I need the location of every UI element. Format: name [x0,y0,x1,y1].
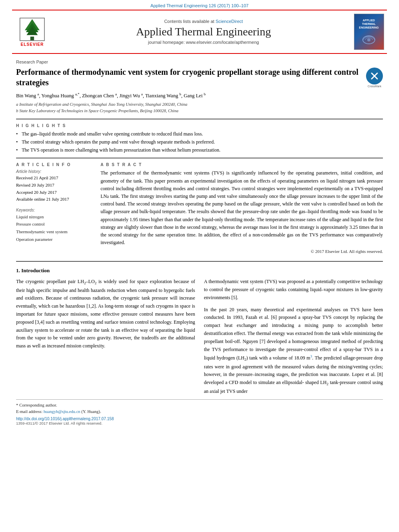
paper-title: Performance of thermodynamic vent system… [16,67,362,88]
article-abstract-columns: A R T I C L E I N F O Article history: R… [16,162,383,258]
body-columns: The cryogenic propellant pair LH2–LO2 is… [16,278,383,395]
svg-rect-0 [30,37,34,40]
crossmark-icon [369,70,380,82]
doi-section: http://dx.doi.org/10.1016/j.applthermale… [16,417,383,421]
footnote-section: * Corresponding author. E-mail address: … [16,399,383,415]
research-paper-label: Research Paper [16,60,383,64]
keywords-label: Keywords: [16,208,93,212]
journal-homepage: journal homepage: www.elsevier.com/locat… [56,40,351,45]
divider-after-highlights [16,158,383,158]
crossmark-label: CrossMark [366,85,383,88]
abstract-title: A B S T R A C T [101,162,383,167]
available-date: Available online 21 July 2017 [16,196,93,203]
issn-text: 1359-4311/© 2017 Elsevier Ltd. All right… [16,421,383,425]
banner-left: ELSEVIER [12,14,56,50]
article-info-title: A R T I C L E I N F O [16,162,93,167]
divider-after-abstract [16,261,383,262]
elsevier-tree-icon [18,17,46,41]
journal-title-banner: Applied Thermal Engineering [56,25,351,38]
title-section: Performance of thermodynamic vent system… [16,67,383,92]
abstract-section: A B S T R A C T The performance of the t… [101,162,383,254]
highlight-item-3: The TVS operation is more challenging wi… [16,146,383,154]
highlights-section: H I G H L I G H T S The gas–liquid throt… [16,123,383,154]
keyword-1: Liquid nitrogen [16,213,93,221]
corresponding-note: * Corresponding author. [16,402,383,409]
body-col-left: The cryogenic propellant pair LH2–LO2 is… [16,278,195,395]
journal-citation: Applied Thermal Engineering 126 (2017) 1… [150,3,249,8]
keyword-2: Pressure control [16,220,93,228]
journal-cover-text: APPLIEDTHERMALENGINEERING [358,17,380,46]
body-col-right: A thermodynamic vent system (TVS) was pr… [204,278,383,395]
doi-link[interactable]: http://dx.doi.org/10.1016/j.applthermale… [16,417,114,421]
elsevier-text: ELSEVIER [21,42,43,47]
journal-cover: APPLIEDTHERMALENGINEERING [354,14,384,50]
keyword-3: Thermodynamic vent system [16,228,93,236]
banner-right: APPLIEDTHERMALENGINEERING [351,14,387,50]
svg-point-6 [367,38,370,41]
sciencedirect-link[interactable]: ScienceDirect [216,19,243,24]
email-note: E-mail address: huangyh@sjtu.edu.cn (Y. … [16,409,383,415]
history-label: Article history: [16,169,93,174]
journal-banner: ELSEVIER Contents lists available at Sci… [12,10,387,54]
intro-col2-text-2: In the past 20 years, many theoretical a… [204,306,383,396]
email-link[interactable]: huangyh@sjtu.edu.cn [43,409,80,414]
article-info-section: A R T I C L E I N F O Article history: R… [16,162,93,203]
banner-center: Contents lists available at ScienceDirec… [56,14,351,50]
journal-header-bar: Applied Thermal Engineering 126 (2017) 1… [0,0,399,10]
highlights-list: The gas–liquid throttle mode and smaller… [16,130,383,154]
affiliations: a Institute of Refrigeration and Cryogen… [16,101,383,114]
abstract-text: The performance of the thermodynamic ven… [101,169,383,246]
highlight-item-1: The gas–liquid throttle mode and smaller… [16,130,383,138]
intro-col2-text: A thermodynamic vent system (TVS) was pr… [204,278,383,302]
received-date: Received 21 April 2017 [16,175,93,182]
copyright-line: © 2017 Elsevier Ltd. All rights reserved… [101,249,383,254]
affiliation-b: b State Key Laboratory of Technologies i… [16,108,383,114]
highlight-item-2: The control strategy which operates the … [16,138,383,146]
abstract-column: A B S T R A C T The performance of the t… [101,162,383,258]
intro-col1-text: The cryogenic propellant pair LH2–LO2 is… [16,278,195,350]
affiliation-a: a Institute of Refrigeration and Cryogen… [16,101,383,108]
section-title: 1. Introduction [16,267,383,274]
crossmark-circle [366,68,383,84]
elsevier-logo: ELSEVIER [18,17,46,47]
authors-line: Bin Wang a, Yonghua Huang a,*, Zhongcan … [16,92,383,100]
keyword-4: Operation parameter [16,236,93,243]
revised-date: Revised 20 July 2017 [16,182,93,189]
keywords-section: Keywords: Liquid nitrogen Pressure contr… [16,208,93,243]
introduction-section: 1. Introduction The cryogenic propellant… [16,267,383,395]
highlights-heading: H I G H L I G H T S [16,123,383,128]
accepted-date: Accepted 20 July 2017 [16,189,93,196]
article-info-column: A R T I C L E I N F O Article history: R… [16,162,93,258]
sciencedirect-line: Contents lists available at ScienceDirec… [56,19,351,24]
paper-body: Research Paper Performance of thermodyna… [0,60,399,425]
divider-after-affiliations [16,119,383,119]
crossmark-badge: CrossMark [366,68,383,88]
